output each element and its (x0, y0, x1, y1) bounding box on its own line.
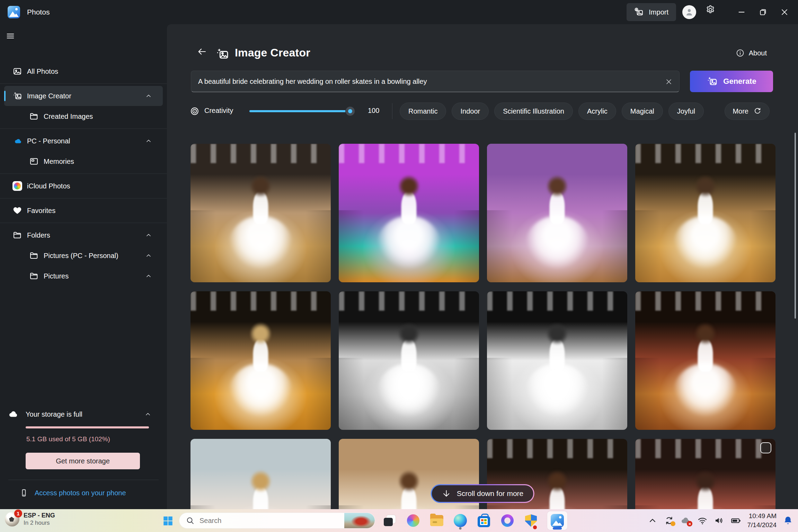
bride-figure (228, 320, 293, 423)
chevron-up-icon[interactable] (144, 410, 152, 418)
wifi-button[interactable] (697, 515, 708, 526)
notification-center-button[interactable] (783, 515, 793, 526)
back-button[interactable] (197, 46, 213, 62)
generated-image[interactable] (190, 144, 331, 282)
sidebar-divider (0, 223, 167, 223)
style-chip-joyful[interactable]: Joyful (668, 103, 704, 120)
taskbar-search[interactable] (179, 513, 375, 529)
search-input[interactable] (200, 517, 344, 525)
sidebar-item-memories[interactable]: Memories (4, 151, 163, 171)
close-button[interactable] (774, 1, 795, 23)
page-title: Image Creator (235, 46, 310, 59)
running-indicator (459, 527, 462, 530)
generated-image[interactable] (190, 291, 331, 430)
storage-header[interactable]: Your storage is full (8, 409, 159, 419)
bell-icon (783, 515, 793, 526)
clear-prompt-button[interactable] (662, 75, 676, 89)
sidebar-item-favorites[interactable]: Favorites (4, 201, 163, 221)
account-avatar[interactable] (682, 5, 696, 19)
sync-status-icon[interactable] (664, 515, 674, 526)
folder-icon (29, 112, 39, 121)
generated-image[interactable] (339, 291, 479, 430)
tray-overflow-button[interactable] (647, 515, 658, 526)
sidebar-item-pictures[interactable]: Pictures (4, 266, 163, 286)
style-chip-romantic[interactable]: Romantic (400, 103, 446, 120)
sidebar-nav: All PhotosImage CreatorCreated ImagesPC … (0, 61, 167, 286)
heart-icon (12, 206, 22, 215)
style-chip-indoor[interactable]: Indoor (452, 103, 489, 120)
storage-progress-bar (26, 426, 149, 428)
image-select-checkbox[interactable] (760, 442, 771, 453)
taskbar-app-file-explorer[interactable] (429, 511, 444, 530)
menu-toggle-button[interactable] (6, 31, 21, 46)
sidebar-divider (0, 198, 167, 198)
generated-image[interactable] (487, 291, 627, 430)
sidebar-item-folders[interactable]: Folders (4, 225, 163, 245)
close-icon (780, 8, 789, 17)
storage-title: Your storage is full (26, 410, 144, 418)
alert-badge (533, 525, 537, 529)
maximize-button[interactable] (752, 1, 774, 23)
generated-image[interactable] (339, 144, 479, 282)
target-icon (190, 106, 200, 116)
import-button[interactable]: Import (627, 3, 676, 21)
settings-button[interactable] (705, 5, 720, 20)
style-chip-magical[interactable]: Magical (622, 103, 663, 120)
slider-thumb[interactable] (346, 107, 355, 116)
generated-image[interactable] (635, 291, 775, 430)
get-more-storage-button[interactable]: Get more storage (26, 453, 140, 469)
taskbar-app-m365[interactable] (500, 511, 515, 530)
search-daily-image[interactable] (344, 513, 375, 529)
taskbar-widget[interactable]: 1 ESP - ENG In 2 hours (5, 512, 55, 526)
about-button[interactable]: About (736, 48, 767, 57)
chevron-up-icon[interactable] (145, 92, 152, 100)
microsoft-365-icon (499, 513, 515, 529)
sidebar-item-all-photos[interactable]: All Photos (4, 61, 163, 81)
prompt-input[interactable] (191, 71, 679, 92)
taskbar-app-edge[interactable] (453, 511, 468, 530)
sidebar-item-icloud-photos[interactable]: iCloud Photos (4, 176, 163, 196)
chevron-up-icon[interactable] (145, 137, 152, 145)
minimize-button[interactable] (731, 1, 752, 23)
generated-image[interactable] (635, 144, 775, 282)
creativity-label: Creativity (204, 107, 233, 115)
onedrive-error-icon[interactable] (681, 515, 691, 526)
taskbar-app-copilot[interactable] (406, 511, 420, 530)
generate-button[interactable]: Generate (690, 71, 773, 92)
clock[interactable]: 10:49 AM 7/14/2024 (747, 512, 777, 529)
sidebar-item-pc-personal[interactable]: PC - Personal (4, 131, 163, 151)
style-chip-acrylic[interactable]: Acrylic (578, 103, 616, 120)
photos-app-icon (551, 514, 564, 527)
generated-image[interactable] (190, 439, 331, 509)
start-button[interactable] (161, 514, 175, 527)
style-chip-scientific-illustration[interactable]: Scientific Illustration (494, 103, 573, 120)
sidebar-item-pictures-pc-personal[interactable]: Pictures (PC - Personal) (4, 246, 163, 266)
generated-image[interactable] (487, 144, 627, 282)
battery-button[interactable] (730, 515, 741, 526)
sidebar-item-image-creator[interactable]: Image Creator (4, 86, 163, 106)
windows-logo-icon (162, 515, 174, 527)
chevron-up-icon[interactable] (145, 231, 152, 239)
image-sparkle-icon (12, 91, 22, 101)
taskbar-app-photos[interactable] (547, 511, 567, 530)
info-icon (736, 48, 745, 57)
edge-icon (454, 514, 467, 527)
taskbar-app-defender[interactable] (524, 511, 538, 530)
sidebar-item-created-images[interactable]: Created Images (4, 106, 163, 126)
chevron-up-icon[interactable] (145, 272, 152, 280)
microsoft-store-icon (478, 516, 490, 527)
bride-figure (525, 468, 589, 509)
creativity-slider[interactable] (249, 110, 353, 112)
generated-image[interactable] (635, 439, 775, 509)
chevron-up-icon[interactable] (145, 252, 152, 259)
scroll-down-pill[interactable]: Scroll down for more (431, 484, 534, 503)
content-scrollbar-thumb[interactable] (795, 133, 796, 319)
folder-icon (29, 271, 39, 281)
taskbar-app-store[interactable] (477, 511, 491, 530)
sidebar: All PhotosImage CreatorCreated ImagesPC … (0, 24, 167, 509)
storage-usage-text: 5.1 GB used of 5 GB (102%) (26, 435, 159, 443)
access-photos-phone-link[interactable]: Access photos on your phone (19, 488, 159, 497)
volume-button[interactable] (714, 515, 724, 526)
more-styles-button[interactable]: More (725, 103, 770, 120)
taskbar-app-task-view[interactable] (382, 511, 397, 530)
